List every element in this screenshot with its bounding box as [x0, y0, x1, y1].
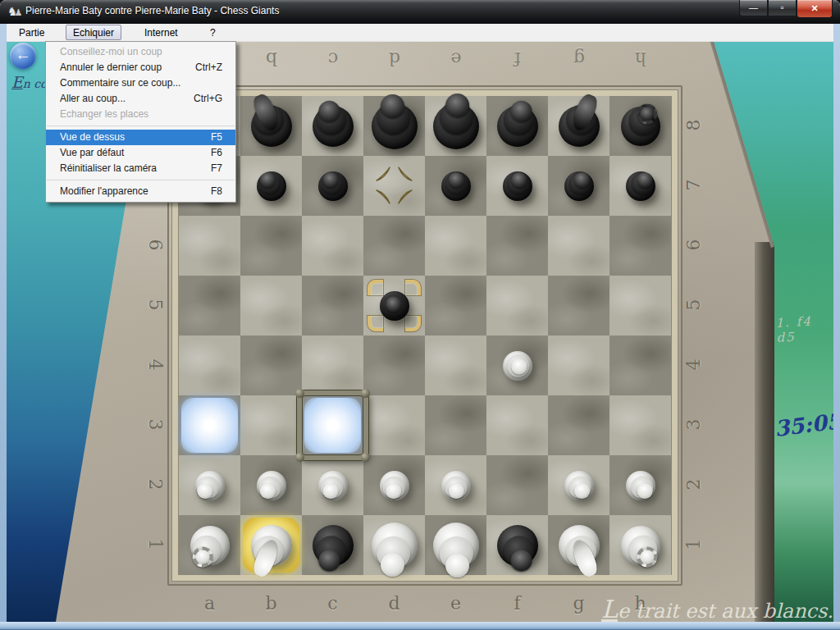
piece-black-knight-g8[interactable]	[559, 106, 600, 147]
menu-item-label: Vue de dessus	[60, 131, 125, 143]
piece-white-pawn-h2[interactable]	[626, 471, 655, 500]
close-button[interactable]: ✕	[797, 0, 833, 18]
menu-item-vue-par-defaut[interactable]: Vue par défautF6	[46, 145, 235, 161]
title-bar[interactable]: ♞♟ Pierre-Marie Baty contre Pierre-Marie…	[0, 0, 840, 24]
game-clock: 35:05	[773, 409, 833, 441]
menu-item-vue-de-dessus[interactable]: Vue de dessusF5	[46, 130, 235, 145]
piece-white-pawn-b2[interactable]	[257, 471, 286, 500]
rank-label-left-4: 4	[145, 352, 166, 377]
piece-black-pawn-b7[interactable]	[257, 171, 286, 201]
menu-item-label: Annuler le dernier coup	[60, 62, 162, 73]
file-label-bottom-d: d	[382, 593, 407, 614]
menu-item-label: Aller au coup...	[60, 93, 126, 104]
rank-label-right-5: 5	[683, 292, 704, 317]
menu-item-label: Réinitialiser la caméra	[60, 162, 157, 174]
file-label-bottom-b: b	[259, 593, 284, 614]
menu-bar: PartieEchiquierInternet?	[7, 24, 833, 42]
menubar-item-internet[interactable]: Internet	[137, 25, 185, 40]
rank-label-left-3: 3	[145, 412, 166, 436]
echiquier-dropdown-menu: Conseillez-moi un coupAnnuler le dernier…	[45, 41, 236, 203]
menubar-item-partie[interactable]: Partie	[11, 25, 52, 40]
rank-label-right-3: 3	[683, 412, 704, 436]
menubar-item-[interactable]: ?	[203, 25, 223, 40]
minimize-button[interactable]: —	[739, 0, 768, 16]
menu-separator	[47, 180, 235, 180]
menu-item-shortcut: F5	[211, 130, 222, 145]
rank-label-right-8: 8	[683, 112, 704, 137]
piece-white-knight-b1[interactable]	[251, 525, 292, 566]
app-window: ♞♟ Pierre-Marie Baty contre Pierre-Marie…	[0, 0, 840, 630]
rank-label-right-2: 2	[683, 472, 704, 496]
turn-status-text: Le trait est aux blancs.	[573, 595, 833, 622]
file-label-bottom-e: e	[444, 593, 468, 614]
piece-white-king-e1[interactable]	[433, 523, 479, 568]
piece-white-pawn-c2[interactable]	[318, 471, 348, 500]
piece-black-pawn-c7[interactable]	[318, 171, 348, 201]
piece-black-queen-d8[interactable]	[372, 103, 418, 149]
file-label-bottom-c: c	[321, 593, 345, 614]
piece-white-bishop-c1[interactable]	[313, 525, 354, 566]
menu-separator	[47, 126, 235, 126]
menu-item-conseillez-moi-un-coup[interactable]: Conseillez-moi un coup	[46, 44, 235, 60]
piece-black-knight-b8[interactable]	[251, 106, 292, 147]
menu-item-shortcut: F6	[211, 145, 222, 161]
menu-item-label: Modifier l'apparence	[60, 185, 148, 197]
file-label-bottom-f: f	[505, 593, 530, 614]
menu-item-shortcut: F8	[211, 184, 222, 199]
menu-item-annuler-le-dernier-coup[interactable]: Annuler le dernier coupCtrl+Z	[46, 60, 235, 75]
menu-item-shortcut: Ctrl+Z	[195, 60, 222, 75]
piece-white-rook-h1[interactable]	[621, 526, 660, 565]
piece-black-bishop-c8[interactable]	[313, 106, 354, 147]
menu-item-commentaire-sur-ce-coup[interactable]: Commentaire sur ce coup...	[46, 75, 235, 91]
piece-black-king-e8[interactable]	[433, 103, 479, 149]
rank-label-right-1: 1	[683, 532, 704, 556]
menu-item-echanger-les-places[interactable]: Echanger les places	[46, 107, 235, 122]
menu-item-label: Echanger les places	[60, 108, 148, 120]
menubar-item-echiquier[interactable]: Echiquier	[66, 25, 121, 40]
piece-black-rook-h8[interactable]	[621, 107, 660, 146]
back-arrow-button[interactable]: ←	[10, 43, 36, 69]
menu-item-shortcut: F7	[211, 161, 222, 176]
rank-label-right-7: 7	[683, 172, 704, 197]
maximize-button[interactable]: ▫	[768, 0, 797, 16]
file-label-bottom-a: a	[198, 593, 222, 614]
piece-black-pawn-g7[interactable]	[564, 171, 594, 201]
piece-white-queen-d1[interactable]	[372, 523, 418, 568]
piece-white-knight-g1[interactable]	[559, 525, 600, 566]
window-bottom-border	[0, 622, 840, 630]
piece-black-pawn-h7[interactable]	[626, 171, 655, 201]
piece-white-pawn-d2[interactable]	[380, 471, 409, 500]
piece-white-rook-a1[interactable]	[190, 526, 230, 565]
menu-item-aller-au-coup[interactable]: Aller au coup...Ctrl+G	[46, 91, 235, 107]
window-title: Pierre-Marie Baty contre Pierre-Marie Ba…	[25, 5, 279, 16]
menu-item-label: Commentaire sur ce coup...	[60, 77, 180, 89]
menu-item-shortcut: Ctrl+G	[194, 91, 222, 107]
board-pieces	[179, 96, 671, 575]
file-label-top-f: f	[505, 48, 530, 69]
piece-white-bishop-f1[interactable]	[497, 525, 538, 566]
rank-label-left-6: 6	[145, 232, 166, 257]
menu-item-modifier-l-apparence[interactable]: Modifier l'apparenceF8	[46, 184, 235, 199]
piece-white-pawn-e2[interactable]	[441, 471, 471, 500]
piece-white-pawn-g2[interactable]	[564, 471, 594, 500]
rank-label-left-5: 5	[145, 292, 166, 317]
piece-black-pawn-d5[interactable]	[380, 291, 409, 321]
piece-black-pawn-e7[interactable]	[441, 171, 471, 201]
rank-label-left-1: 1	[145, 532, 166, 556]
file-label-top-g: g	[567, 48, 591, 69]
file-label-top-d: d	[382, 48, 407, 69]
move-list-text: 1. f4 d5	[775, 313, 833, 345]
rank-label-left-2: 2	[145, 472, 166, 496]
file-label-top-e: e	[444, 48, 468, 69]
menu-item-reinitialiser-la-camera[interactable]: Réinitialiser la caméraF7	[46, 161, 235, 176]
table-edge-right	[755, 242, 774, 622]
table-edge-corner	[710, 42, 792, 248]
piece-black-bishop-f8[interactable]	[497, 106, 538, 147]
piece-white-pawn-a2[interactable]	[195, 471, 225, 500]
piece-white-pawn-f4[interactable]	[503, 351, 532, 381]
rank-label-right-6: 6	[683, 232, 704, 257]
file-label-top-c: c	[321, 48, 345, 69]
rank-label-right-4: 4	[683, 352, 704, 377]
file-label-top-b: b	[259, 48, 284, 69]
piece-black-pawn-f7[interactable]	[503, 171, 532, 201]
